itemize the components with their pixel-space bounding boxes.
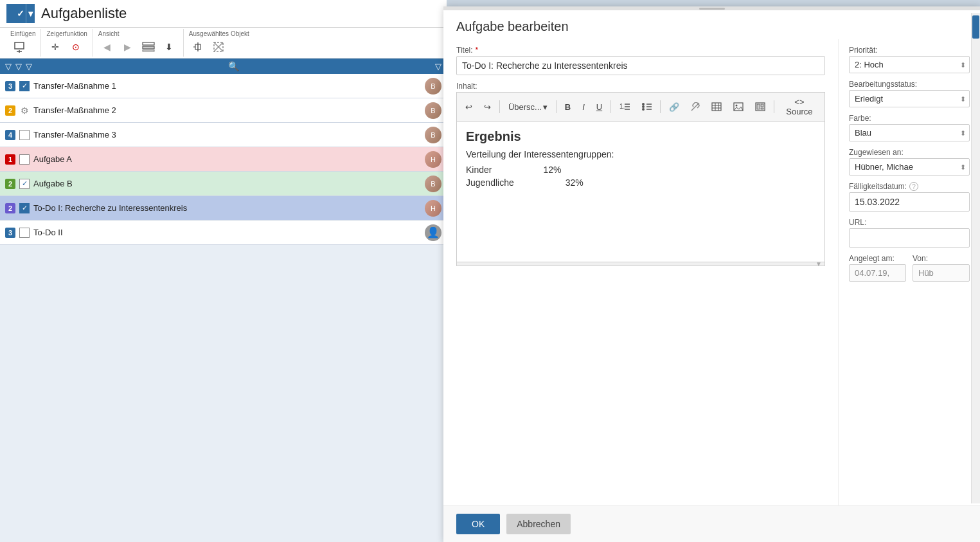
table-button[interactable] [707,100,726,113]
cancel-button[interactable]: Abbrechen [506,514,571,534]
priority-select[interactable]: 2: Hoch 1: Niedrig 3: Mittel [849,56,970,73]
task-row[interactable]: 1 Aufgabe A H [0,147,447,172]
task-label: To-Do II [33,228,421,237]
created-by-input [913,264,970,282]
task-label: To-Do I: Recherche zu Interessentenkreis [33,203,421,213]
assigned-label: Zugewiesen an: [849,148,970,157]
editor-toolbar: ↩ ↪ Übersc... ▾ B I U 1. [456,92,825,121]
svg-point-29 [735,105,737,107]
content-field-group: Inhalt: ↩ ↪ Übersc... ▾ B I U [456,82,825,266]
table-icon [711,102,722,111]
unordered-list-button[interactable] [637,100,656,113]
help-icon[interactable]: ? [909,182,918,191]
nav-next-button[interactable]: ▶ [119,39,137,55]
obj-btn1[interactable] [189,39,207,55]
task-row-selected[interactable]: 2 ✓ To-Do I: Recherche zu Interessentenk… [0,196,447,221]
priority-select-wrapper: 2: Hoch 1: Niedrig 3: Mittel [849,56,970,73]
url-input[interactable] [849,228,970,248]
task-num-badge: 4 [5,130,15,140]
filter-icon-1[interactable]: ▽ [5,62,12,71]
down-arrow-button[interactable]: ⬇ [160,39,178,55]
svg-rect-0 [15,42,24,49]
obj-btn2[interactable] [209,39,227,55]
title-input[interactable] [456,56,825,75]
modal-header: Aufgabe bearbeiten [443,10,980,39]
underline-button[interactable]: U [592,100,607,114]
app-title: Aufgabenliste [41,5,127,22]
required-star: * [476,46,479,55]
content-field-label: Inhalt: [456,82,825,91]
ok-button[interactable]: OK [456,514,500,534]
editor-resize-handle[interactable]: ▼ [456,262,825,266]
pointer-button[interactable]: ✛ [46,39,64,55]
modal-scrollbar[interactable] [971,13,980,503]
priority-field-group: Priorität: 2: Hoch 1: Niedrig 3: Mittel [849,46,970,73]
link-button[interactable]: 🔗 [664,100,684,114]
search-icon[interactable]: 🔍 [228,61,239,71]
unordered-list-icon [641,102,652,111]
svg-point-16 [642,103,645,105]
task-checkbox[interactable]: ✓ [19,179,30,189]
modal-dialog: Aufgabe bearbeiten Titel: * Inhalt: ↩ [443,6,980,542]
app-logo[interactable]: ✓ ▾ [6,4,35,23]
logo-dropdown-btn[interactable]: ▾ [26,4,35,23]
unlink-icon [691,102,700,111]
editor-content[interactable]: Ergebnis Verteilung der Interessentengru… [456,121,825,262]
created-by-value-field [913,264,970,282]
task-num-badge: 2 [5,203,15,213]
filter-icon-3[interactable]: ▽ [26,62,32,71]
modal-left-panel: Titel: * Inhalt: ↩ ↪ Übersc... ▾ [443,39,839,505]
task-checkbox[interactable] [19,130,30,140]
filter-icon-right[interactable]: ▽ [435,62,441,71]
unlink-button[interactable] [686,100,704,113]
color-select-wrapper: Blau Rot Grün Gelb [849,124,970,141]
due-date-label: Fälligkeitsdatum: ? [849,182,970,191]
bold-button[interactable]: B [560,100,575,114]
nav-prev-button[interactable]: ◀ [98,39,116,55]
task-checkbox[interactable] [19,228,30,238]
dist-label: Jugendliche [466,177,514,188]
url-field-group: URL: [849,218,970,248]
redo-button[interactable]: ↪ [479,100,495,114]
task-row[interactable]: 3 ✓ Transfer-Maßnahme 1 B [0,74,447,98]
view-toggle-button[interactable] [139,39,157,55]
task-row[interactable]: 2 ✓ Aufgabe B B [0,172,447,196]
italic-button[interactable]: I [578,100,589,114]
status-select[interactable]: Erledigt Offen In Bearbeitung [849,90,970,107]
insert-icon [13,41,25,53]
app-header: ✓ ▾ Aufgabenliste [0,0,447,28]
task-checkbox[interactable] [19,154,30,165]
assigned-select-wrapper: Hübner, Michae [849,158,970,176]
due-date-field-group: Fälligkeitsdatum: ? [849,182,970,212]
task-row[interactable]: 2 ⚙ Transfer-Maßnahme 2 B [0,98,447,123]
status-select-wrapper: Erledigt Offen In Bearbeitung [849,90,970,107]
target-button[interactable]: ⊙ [67,39,85,55]
obj-icon2 [213,41,224,53]
ordered-list-button[interactable]: 1. [615,100,634,113]
assigned-select[interactable]: Hübner, Michae [849,158,970,176]
toolbar-icons-objekt [189,39,227,55]
image-button[interactable] [729,100,748,113]
toolbar-divider [556,100,557,113]
task-checkbox[interactable]: ✓ [19,81,30,91]
color-select[interactable]: Blau Rot Grün Gelb [849,124,970,141]
due-date-input[interactable] [849,192,970,212]
filter-icon-2[interactable]: ▽ [15,62,22,71]
dropdown-arrow-icon: ▾ [543,102,548,112]
toolbar-divider [610,100,611,113]
svg-point-17 [642,105,645,108]
task-checkbox[interactable]: ✓ [19,203,30,213]
style-dropdown-button[interactable]: Übersc... ▾ [504,100,552,114]
color-field-group: Farbe: Blau Rot Grün Gelb [849,114,970,141]
toolbar-icons-einfuegen [10,39,28,55]
undo-button[interactable]: ↩ [461,100,477,114]
task-label: Transfer-Maßnahme 3 [33,130,421,140]
task-num-badge: 3 [5,228,15,238]
search-area: 🔍 [36,61,431,71]
insert-button[interactable] [10,39,28,55]
task-row[interactable]: 3 To-Do II 👤 [0,221,447,245]
task-row[interactable]: 4 Transfer-Maßnahme 3 B [0,123,447,147]
source-button[interactable]: <> Source [778,95,821,118]
media-button[interactable] [751,100,770,113]
task-checkbox-gear[interactable]: ⚙ [19,105,30,116]
